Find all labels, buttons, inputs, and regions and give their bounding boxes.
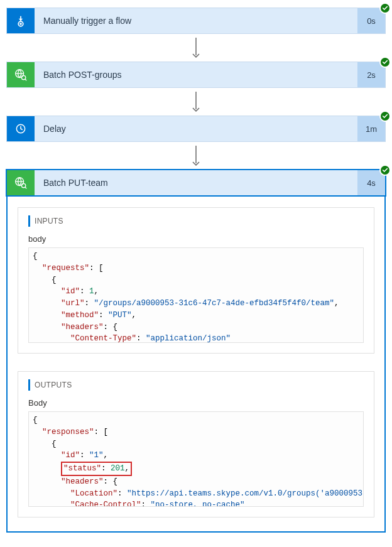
outputs-heading: OUTPUTS	[28, 381, 364, 389]
flow-step-trigger[interactable]: Manually trigger a flow 0s	[6, 8, 386, 34]
flow-step-batch-post[interactable]: Batch POST-groups 2s	[6, 62, 386, 88]
flow-step-batch-put[interactable]: Batch PUT-team 4s	[6, 170, 386, 196]
svg-point-3	[21, 75, 25, 79]
success-icon	[379, 165, 391, 176]
step-title: Batch POST-groups	[35, 62, 357, 87]
inputs-panel: INPUTS body { "requests": [ { "id": 1, "…	[18, 207, 374, 354]
flow-step-delay[interactable]: Delay 1m	[6, 116, 386, 142]
success-icon	[379, 57, 391, 68]
outputs-panel: OUTPUTS Body { "responses": [ { "id": "1…	[18, 371, 374, 517]
batch-icon	[7, 62, 35, 87]
success-icon	[379, 3, 391, 14]
arrow-down-icon	[6, 142, 386, 170]
svg-point-6	[21, 183, 25, 187]
step-details: INPUTS body { "requests": [ { "id": 1, "…	[6, 196, 386, 533]
clock-icon	[7, 116, 35, 141]
batch-icon	[7, 170, 35, 195]
step-title: Manually trigger a flow	[35, 8, 357, 33]
svg-point-0	[19, 23, 22, 25]
success-icon	[379, 111, 391, 122]
outputs-field-label: Body	[28, 398, 364, 408]
inputs-json[interactable]: { "requests": [ { "id": 1, "url": "/grou…	[28, 247, 364, 343]
trigger-icon	[7, 8, 35, 33]
step-title: Batch PUT-team	[35, 170, 357, 195]
inputs-field-label: body	[28, 234, 364, 244]
outputs-json[interactable]: { "responses": [ { "id": "1", "status": …	[28, 411, 364, 507]
step-title: Delay	[35, 116, 357, 141]
arrow-down-icon	[6, 34, 386, 62]
arrow-down-icon	[6, 88, 386, 116]
inputs-heading: INPUTS	[28, 217, 364, 225]
